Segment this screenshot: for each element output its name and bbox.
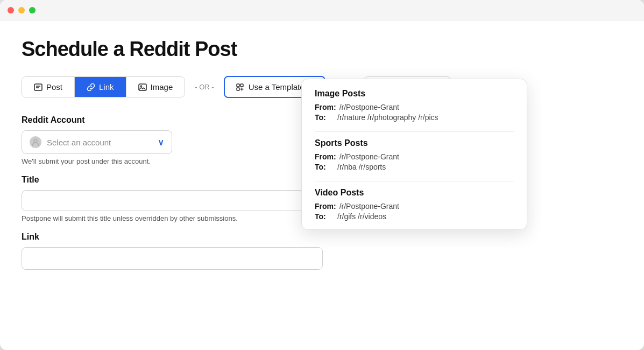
from-label-image: From: [315,103,336,111]
to-label-sports: To: [315,163,334,171]
template-category-image: Image Posts From: /r/Postpone-Grant To: … [315,89,514,122]
to-value-image: /r/nature /r/photography /r/pics [337,113,438,122]
image-icon [138,83,147,92]
template-icon [236,83,244,92]
main-content: Schedule a Reddit Post Post [0,20,644,350]
link-section: Link [22,232,622,270]
svg-point-9 [34,139,37,143]
to-value-video: /r/gifs /r/videos [337,212,386,221]
titlebar [0,0,644,20]
template-to-row-sports[interactable]: To: /r/nba /r/sports [315,163,514,171]
page-title: Schedule a Reddit Post [22,38,622,61]
template-to-row-video[interactable]: To: /r/gifs /r/videos [315,212,514,221]
to-value-sports: /r/nba /r/sports [337,163,386,171]
maximize-button[interactable] [29,7,36,13]
or-divider-1: - OR - [195,83,214,91]
account-select[interactable]: Select an account ∨ [22,130,172,154]
link-icon [87,83,95,92]
tab-post[interactable]: Post [22,77,75,97]
template-dropdown-panel: Image Posts From: /r/Postpone-Grant To: … [301,79,527,230]
link-label: Link [22,232,622,242]
template-from-row-video[interactable]: From: /r/Postpone-Grant [315,202,514,211]
template-from-row-sports[interactable]: From: /r/Postpone-Grant [315,152,514,161]
title-input[interactable] [22,190,323,211]
svg-rect-0 [34,84,42,90]
divider-2 [315,181,514,181]
from-value-video: /r/Postpone-Grant [339,202,399,211]
category-title-image: Image Posts [315,89,514,99]
divider-1 [315,131,514,132]
template-to-row-image[interactable]: To: /r/nature /r/photography /r/pics [315,113,514,122]
from-label-sports: From: [315,152,336,161]
template-category-sports: Sports Posts From: /r/Postpone-Grant To:… [315,138,514,171]
svg-rect-6 [240,84,243,87]
account-placeholder: Select an account [47,138,152,147]
template-button-label: Use a Template [249,82,305,92]
post-icon [34,83,43,92]
from-label-video: From: [315,202,336,211]
category-title-sports: Sports Posts [315,138,514,148]
to-label-image: To: [315,113,334,122]
close-button[interactable] [8,7,14,13]
minimize-button[interactable] [18,7,25,13]
to-label-video: To: [315,212,334,221]
svg-rect-7 [237,88,239,90]
from-value-sports: /r/Postpone-Grant [339,152,399,161]
category-title-video: Video Posts [315,188,514,198]
post-type-tabs: Post Link Image [22,76,185,97]
template-category-video: Video Posts From: /r/Postpone-Grant To: … [315,188,514,221]
link-input[interactable] [22,247,323,270]
from-value-image: /r/Postpone-Grant [339,103,399,111]
tab-link[interactable]: Link [75,77,126,97]
svg-rect-5 [237,84,239,87]
template-from-row-image[interactable]: From: /r/Postpone-Grant [315,103,514,111]
account-avatar [30,136,41,148]
svg-point-4 [140,85,141,86]
account-chevron-icon: ∨ [158,137,164,148]
app-window: Schedule a Reddit Post Post [0,0,644,350]
tab-image[interactable]: Image [126,77,185,97]
